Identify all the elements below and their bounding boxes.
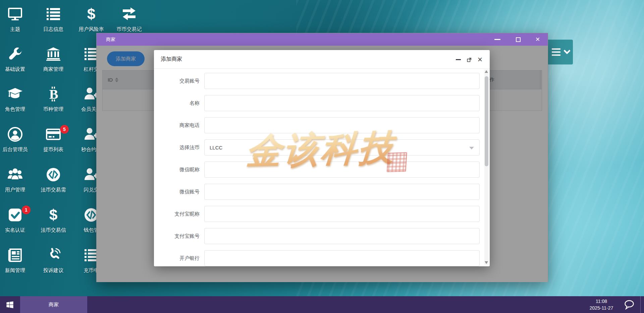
- desktop-icon-label: 角色管理: [0, 106, 31, 113]
- window-close-button[interactable]: ✕: [532, 33, 543, 46]
- fiat-currency-select[interactable]: LLCC: [204, 139, 480, 155]
- swap-arrows-icon: [121, 6, 137, 22]
- desktop-icon-person-circle[interactable]: 后台管理员: [0, 124, 31, 153]
- modal-title: 添加商家: [161, 56, 182, 63]
- swap-circle-icon: [45, 167, 61, 183]
- grad-cap-icon: [7, 86, 23, 102]
- svg-text:$: $: [49, 207, 57, 223]
- newspaper-icon: [7, 247, 23, 263]
- clock-date: 2025-11-27: [584, 305, 619, 311]
- form-row: 微信昵称: [154, 162, 480, 178]
- scroll-down-arrow-icon[interactable]: [485, 261, 488, 264]
- desktop-icon-check-square[interactable]: 实名认证1: [0, 204, 31, 233]
- alipay-account-field[interactable]: [204, 228, 480, 244]
- notification-badge: 1: [22, 206, 31, 214]
- form-row: 开户银行: [154, 250, 480, 266]
- modal-expand-button[interactable]: [464, 50, 474, 69]
- svg-text:$: $: [87, 6, 95, 22]
- merchant-phone-label: 商家电话: [154, 122, 204, 129]
- desktop-icon-bank[interactable]: 商家管理: [37, 43, 69, 73]
- desktop-icon-label: 币种管理: [37, 106, 69, 113]
- wechat-nickname-label: 微信昵称: [154, 167, 204, 173]
- desktop-icon-monitor[interactable]: 主题: [0, 3, 31, 33]
- hamburger-icon: [552, 48, 560, 56]
- window-title: 商家: [106, 37, 115, 43]
- alipay-nickname-label: 支付宝昵称: [154, 211, 204, 217]
- taskbar-task-merchant[interactable]: 商家: [20, 296, 87, 313]
- alipay-nickname-input[interactable]: [205, 206, 479, 222]
- add-merchant-modal: 添加商家 ✕ 交易账号名称商家电话选择法币LLCC微信昵称微信账号支付宝昵称支付…: [154, 50, 490, 266]
- person-circle-icon: [7, 126, 23, 142]
- taskbar-clock[interactable]: 11:08 2025-11-27: [584, 298, 619, 312]
- desktop-icon-dollar[interactable]: $法币交易信: [37, 204, 69, 233]
- desktop-icon-label: 投诉建议: [37, 267, 69, 274]
- bank-name-field[interactable]: [204, 250, 480, 266]
- wechat-account-label: 微信账号: [154, 189, 204, 195]
- window-titlebar[interactable]: 商家 ✕: [97, 33, 548, 46]
- desktop-icon-label: 实名认证: [0, 227, 31, 233]
- start-button[interactable]: [0, 296, 19, 313]
- desktop-icon-newspaper[interactable]: 新闻管理: [0, 244, 31, 274]
- bank-name-input[interactable]: [205, 251, 479, 266]
- chat-bubble-icon[interactable]: [624, 300, 635, 310]
- desktop-icon-phone[interactable]: 投诉建议: [37, 244, 69, 274]
- desktop-icon-label: 法币交易需: [37, 187, 69, 193]
- desktop-icon-swap-circle[interactable]: 法币交易需: [37, 164, 69, 193]
- monitor-icon: [7, 6, 23, 22]
- merchant-phone-field[interactable]: [204, 117, 480, 133]
- form-row: 支付宝昵称: [154, 206, 480, 222]
- desktop-icon-users[interactable]: 用户管理: [0, 164, 31, 193]
- desktop-icon-label: 用户管理: [0, 187, 31, 193]
- wechat-nickname-input[interactable]: [205, 162, 479, 177]
- form-row: 支付宝账号: [154, 228, 480, 244]
- desktop-icon-swap-arrows[interactable]: 币币交易记: [113, 3, 145, 33]
- merchant-name-input[interactable]: [205, 95, 479, 111]
- desktop-icon-label: 商家管理: [37, 66, 69, 73]
- desktop-icon-list[interactable]: 日志信息: [37, 3, 69, 33]
- desktop-icon-label: 提币列表: [37, 146, 69, 153]
- trade-account-field[interactable]: [204, 73, 480, 89]
- trade-account-label: 交易账号: [154, 78, 204, 84]
- bitcoin-icon: B: [45, 86, 61, 102]
- wrench-icon: [7, 46, 23, 62]
- taskbar-right: 11:08 2025-11-27: [584, 296, 644, 313]
- bank-name-label: 开户银行: [154, 255, 204, 262]
- taskbar: 商家 11:08 2025-11-27: [0, 296, 644, 313]
- credit-card-icon: [45, 126, 61, 142]
- windows-logo-icon: [5, 300, 14, 309]
- window-minimize-button[interactable]: [492, 33, 503, 46]
- wechat-nickname-field[interactable]: [204, 162, 480, 178]
- show-desktop-separator[interactable]: [640, 296, 641, 313]
- window-maximize-button[interactable]: [513, 33, 524, 46]
- merchant-name-field[interactable]: [204, 95, 480, 111]
- trade-account-input[interactable]: [205, 73, 479, 89]
- task-label: 商家: [49, 302, 59, 308]
- alipay-account-input[interactable]: [205, 228, 479, 244]
- desktop-icon-credit-card[interactable]: 提币列表5: [37, 124, 69, 153]
- desktop-icon-dollar[interactable]: $用户风险率: [75, 3, 107, 33]
- bank-icon: [45, 46, 61, 62]
- fiat-currency-label: 选择法币: [154, 144, 204, 151]
- desktop-icon-label: 币币交易记: [113, 26, 145, 33]
- users-icon: [7, 167, 23, 183]
- wechat-account-input[interactable]: [205, 184, 479, 199]
- modal-scrollbar[interactable]: [484, 70, 489, 265]
- alipay-nickname-field[interactable]: [204, 206, 480, 222]
- list-icon: [45, 6, 61, 22]
- desktop-icon-wrench[interactable]: 基础设置: [0, 43, 31, 73]
- scroll-up-arrow-icon[interactable]: [485, 70, 488, 73]
- scroll-thumb[interactable]: [485, 76, 488, 166]
- desktop-icon-label: 后台管理员: [0, 146, 31, 153]
- merchant-phone-input[interactable]: [205, 118, 479, 133]
- modal-minimize-button[interactable]: [453, 50, 463, 69]
- desktop-icon-grad-cap[interactable]: 角色管理: [0, 83, 31, 113]
- check-square-icon: [7, 207, 23, 223]
- desktop-icon-label: 新闻管理: [0, 267, 31, 274]
- merchant-name-label: 名称: [154, 100, 204, 106]
- clock-time: 11:08: [584, 298, 619, 305]
- wechat-account-field[interactable]: [204, 184, 480, 200]
- chevron-down-icon: [564, 47, 571, 54]
- dropdown-caret-icon: [469, 147, 474, 149]
- desktop-icon-bitcoin[interactable]: B币种管理: [37, 83, 69, 113]
- modal-close-button[interactable]: ✕: [475, 50, 485, 69]
